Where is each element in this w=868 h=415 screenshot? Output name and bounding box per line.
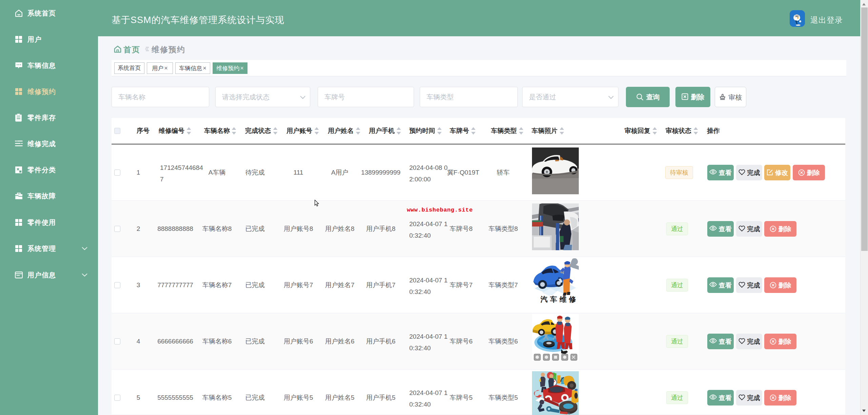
svg-text:汽车维修: 汽车维修 [540,295,578,303]
